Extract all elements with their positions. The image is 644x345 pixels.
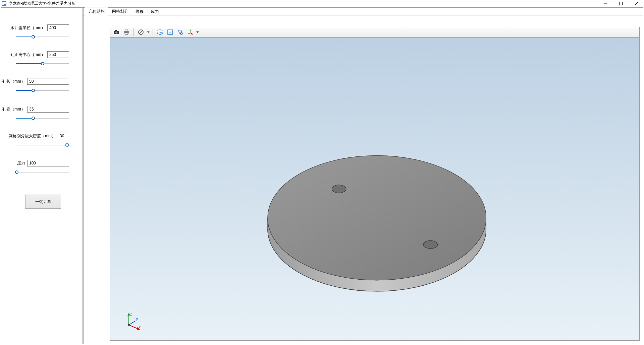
param-slider-mesh-density[interactable]	[16, 142, 69, 149]
svg-rect-7	[115, 30, 117, 31]
svg-rect-9	[125, 30, 128, 31]
toolbar-separator	[133, 28, 134, 36]
svg-point-23	[332, 185, 346, 193]
dropdown-icon[interactable]	[147, 31, 150, 33]
param-input-hole-length[interactable]	[27, 78, 69, 85]
svg-line-32	[129, 321, 136, 325]
svg-line-12	[139, 30, 143, 34]
svg-point-14	[160, 32, 162, 34]
maximize-button[interactable]	[613, 0, 629, 7]
tab-mesh[interactable]: 网格划分	[108, 7, 132, 15]
zoom-box-icon[interactable]	[156, 28, 164, 37]
tab-geometry[interactable]: 几何结构	[85, 7, 108, 15]
param-slider-hole-offset[interactable]	[16, 61, 69, 67]
svg-point-24	[423, 240, 438, 249]
param-label: 压力	[17, 160, 25, 166]
orient-icon[interactable]	[186, 28, 195, 37]
compute-button[interactable]: 一键计算	[25, 195, 61, 209]
viewer-wrap: z x y	[84, 15, 643, 344]
param-slider-hole-length[interactable]	[16, 87, 69, 94]
param-pressure: 压力	[16, 160, 69, 176]
svg-marker-27	[127, 313, 130, 316]
app-icon	[1, 1, 7, 6]
tab-displacement[interactable]: 位移	[132, 7, 147, 15]
close-button[interactable]	[629, 0, 644, 7]
param-input-mesh-density[interactable]	[58, 133, 69, 139]
param-hole-offset: 孔距离中心（mm）	[16, 51, 69, 67]
svg-point-16	[180, 32, 182, 34]
tab-bar: 几何结构 网格划分 位移 应力	[84, 8, 643, 15]
svg-line-21	[188, 33, 190, 34]
param-input-radius[interactable]	[47, 24, 69, 31]
param-label: 孔长（mm）	[2, 79, 25, 84]
param-slider-hole-width[interactable]	[16, 115, 69, 122]
minimize-button[interactable]	[598, 0, 613, 7]
svg-marker-20	[192, 33, 193, 34]
param-label: 网格划分最大密度（mm）	[9, 133, 56, 139]
param-input-hole-offset[interactable]	[47, 51, 69, 58]
param-label: 孔宽（mm）	[2, 107, 25, 112]
svg-text:x: x	[139, 325, 141, 329]
param-slider-radius[interactable]	[16, 34, 69, 41]
parameter-panel: 水井盖半径（mm） 孔距离中心（mm） 孔长（mm）	[1, 8, 83, 344]
param-label: 孔距离中心（mm）	[10, 52, 45, 58]
zoom-select-icon[interactable]	[176, 28, 184, 37]
svg-rect-3	[2, 4, 4, 5]
param-label: 水井盖半径（mm）	[10, 25, 45, 31]
no-select-icon[interactable]	[137, 28, 145, 37]
viewport[interactable]: z x y	[110, 38, 640, 341]
dropdown-icon[interactable]	[196, 31, 199, 33]
svg-text:z: z	[130, 313, 132, 316]
svg-rect-1	[2, 2, 6, 3]
param-hole-width: 孔宽（mm）	[16, 106, 69, 122]
svg-point-6	[115, 31, 117, 33]
svg-rect-4	[620, 2, 623, 5]
param-mesh-density: 网格划分最大密度（mm）	[16, 133, 69, 149]
svg-rect-10	[125, 33, 128, 34]
svg-line-29	[129, 325, 138, 329]
svg-marker-18	[190, 29, 191, 30]
param-hole-length: 孔长（mm）	[16, 78, 69, 94]
svg-point-34	[128, 324, 130, 326]
svg-point-22	[268, 155, 486, 280]
param-slider-pressure[interactable]	[16, 169, 69, 176]
result-area: 几何结构 网格划分 位移 应力	[84, 8, 643, 344]
fit-view-icon[interactable]	[166, 28, 174, 37]
tab-stress[interactable]: 应力	[147, 7, 163, 15]
param-input-pressure[interactable]	[27, 160, 69, 166]
viewer-toolbar	[110, 27, 640, 38]
svg-rect-2	[2, 3, 6, 4]
camera-icon[interactable]	[112, 28, 121, 37]
param-input-hole-width[interactable]	[27, 106, 69, 113]
main-frame: 水井盖半径（mm） 孔距离中心（mm） 孔长（mm）	[1, 7, 643, 344]
model-disc	[110, 38, 639, 340]
axis-triad: z x y	[123, 312, 142, 330]
title-bar: 李龙杰-武汉理工大学-水井盖受力分析	[0, 0, 644, 7]
svg-text:y: y	[136, 317, 138, 321]
print-icon[interactable]	[122, 28, 131, 37]
param-radius: 水井盖半径（mm）	[16, 24, 69, 41]
window-title: 李龙杰-武汉理工大学-水井盖受力分析	[9, 1, 76, 6]
toolbar-separator	[153, 28, 153, 36]
